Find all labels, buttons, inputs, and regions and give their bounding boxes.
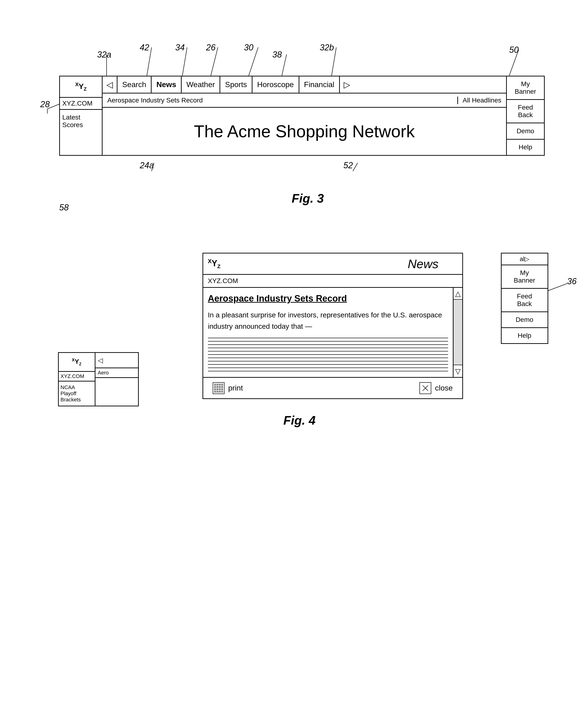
svg-line-5	[282, 54, 286, 76]
svg-line-3	[211, 47, 218, 76]
feed-back-button[interactable]: FeedBack	[507, 100, 544, 123]
nav-forward-button[interactable]: ▷	[340, 76, 354, 93]
fig4-text-line	[208, 348, 448, 348]
fig4-right-panel: al▷ MyBanner FeedBack Demo Help	[501, 253, 548, 344]
fig4-print-area[interactable]: print	[213, 382, 243, 394]
demo-button[interactable]: Demo	[507, 123, 544, 140]
fig3-main-banner-text: The Acme Shopping Network	[194, 122, 415, 141]
print-cell	[221, 391, 223, 393]
close-icon	[420, 382, 431, 394]
svg-line-4	[249, 47, 258, 76]
fig4-popup-area: XYZ News XYZ.COM Aerospace Industry Sets…	[122, 253, 548, 399]
print-cell	[217, 391, 218, 393]
fig4-text-line	[208, 361, 448, 361]
fig4-background-ui: XYZ XYZ.COM NCAAPlayoffBrackets ◁ Aero	[58, 352, 139, 406]
print-cell	[214, 388, 216, 390]
fig4-text-line	[208, 358, 448, 358]
fig4-demo-btn[interactable]: Demo	[502, 312, 548, 328]
fig4-caption: Fig. 4	[51, 413, 548, 427]
svg-line-7	[509, 50, 519, 76]
print-cell	[214, 384, 216, 386]
fig4-popup-header: XYZ News	[203, 254, 462, 275]
fig4-bg-logo: XYZ	[72, 358, 81, 366]
fig4-article-title: Aerospace Industry Sets Record	[208, 293, 448, 304]
fig4-my-banner-btn[interactable]: MyBanner	[502, 265, 548, 289]
fig4-popup-title: News	[408, 257, 438, 271]
fig3-sidebar-left: XYZ XYZ.COM LatestScores	[60, 76, 103, 155]
print-cell	[217, 388, 218, 390]
fig4-feed-back-btn[interactable]: FeedBack	[502, 289, 548, 312]
nav-item-financial[interactable]: Financial	[299, 76, 340, 93]
my-banner-button[interactable]: MyBanner	[507, 76, 544, 100]
fig3-caption: Fig. 3	[59, 191, 556, 205]
fig3-ui-frame: 28 XYZ XYZ.COM LatestScores	[59, 76, 557, 156]
fig3-sidebar-right: MyBanner FeedBack Demo Help	[506, 76, 544, 155]
annotation-lines-fig3	[59, 43, 533, 76]
fig4-news-popup: XYZ News XYZ.COM Aerospace Industry Sets…	[202, 253, 463, 399]
fig4-bg-scores: NCAAPlayoffBrackets	[59, 382, 95, 406]
fig3-nav-bar: ◁ Search News Weather Sports Horoscope F…	[103, 76, 506, 94]
close-label[interactable]: close	[435, 384, 453, 392]
fig4-scrollbar[interactable]: △ ▽	[453, 288, 462, 377]
fig4-text-line	[208, 371, 448, 371]
fig4-text-line	[208, 344, 448, 345]
print-cell	[219, 384, 221, 386]
fig4-text-line	[208, 364, 448, 365]
nav-item-news[interactable]: News	[152, 76, 182, 93]
svg-line-12	[548, 284, 567, 291]
print-cell	[217, 384, 218, 386]
nav-item-search[interactable]: Search	[118, 76, 152, 93]
svg-line-6	[332, 47, 336, 76]
fig4-popup-body: Aerospace Industry Sets Record In a plea…	[203, 288, 462, 377]
fig3-main-ui: XYZ XYZ.COM LatestScores ◁ Search News W…	[59, 76, 545, 156]
nav-item-weather[interactable]: Weather	[182, 76, 220, 93]
fig4-bg-ticker: Aero	[96, 368, 138, 378]
fig4-bg-sidebar: XYZ XYZ.COM NCAAPlayoffBrackets	[59, 353, 96, 406]
ticker-all-headlines[interactable]: All Headlines	[457, 97, 506, 104]
fig4-center-wrapper: XYZ XYZ.COM NCAAPlayoffBrackets ◁ Aero	[51, 253, 548, 427]
svg-line-11	[353, 163, 358, 171]
fig3-ticker-bar: Aerospace Industry Sets Record All Headl…	[103, 94, 506, 108]
fig4-text-line	[208, 351, 448, 352]
fig4-close-area[interactable]: close	[420, 382, 453, 394]
logo-z: Z	[83, 87, 86, 92]
print-cell	[219, 386, 221, 388]
scroll-up-button[interactable]: △	[454, 288, 462, 300]
fig4-section: XYZ XYZ.COM NCAAPlayoffBrackets ◁ Aero	[43, 253, 556, 427]
svg-line-10	[152, 163, 154, 171]
below-labels-svg	[59, 158, 438, 182]
label-58: 58	[59, 203, 69, 212]
fig4-popup-xyz-label: XYZ.COM	[203, 275, 462, 288]
help-button[interactable]: Help	[507, 140, 544, 155]
ticker-headline: Aerospace Industry Sets Record	[103, 97, 457, 104]
print-cell	[221, 386, 223, 388]
fig4-article-content: Aerospace Industry Sets Record In a plea…	[203, 288, 453, 377]
fig4-bg-xyz: XYZ.COM	[59, 372, 95, 382]
fig4-forward-btn[interactable]: al▷	[502, 254, 548, 265]
print-cell	[219, 391, 221, 393]
print-cell	[219, 388, 221, 390]
scroll-down-button[interactable]: ▽	[454, 365, 462, 377]
fig3-content-area: The Acme Shopping Network	[103, 108, 506, 155]
fig4-help-btn[interactable]: Help	[502, 328, 548, 343]
nav-item-horoscope[interactable]: Horoscope	[252, 76, 299, 93]
fig4-text-line	[208, 341, 448, 341]
logo-x: X	[75, 81, 79, 87]
fig3-center: ◁ Search News Weather Sports Horoscope F…	[103, 76, 506, 155]
nav-back-button[interactable]: ◁	[103, 76, 118, 93]
fig4-bg-nav-area: ◁ Aero	[96, 353, 138, 406]
print-label[interactable]: print	[228, 384, 243, 392]
fig4-text-line	[208, 338, 448, 338]
fig3-xyz-label: XYZ.COM	[60, 98, 102, 110]
scroll-track[interactable]	[454, 300, 462, 365]
print-icon	[213, 382, 225, 394]
svg-line-8	[47, 104, 59, 109]
fig4-popup-logo: XYZ	[208, 258, 221, 269]
svg-line-2	[182, 47, 187, 76]
fig4-text-line	[208, 354, 448, 355]
fig3-scores: LatestScores	[60, 110, 102, 155]
print-cell	[214, 391, 216, 393]
fig4-bg-logo-box: XYZ	[59, 353, 95, 372]
nav-item-sports[interactable]: Sports	[220, 76, 252, 93]
print-cell	[221, 388, 223, 390]
